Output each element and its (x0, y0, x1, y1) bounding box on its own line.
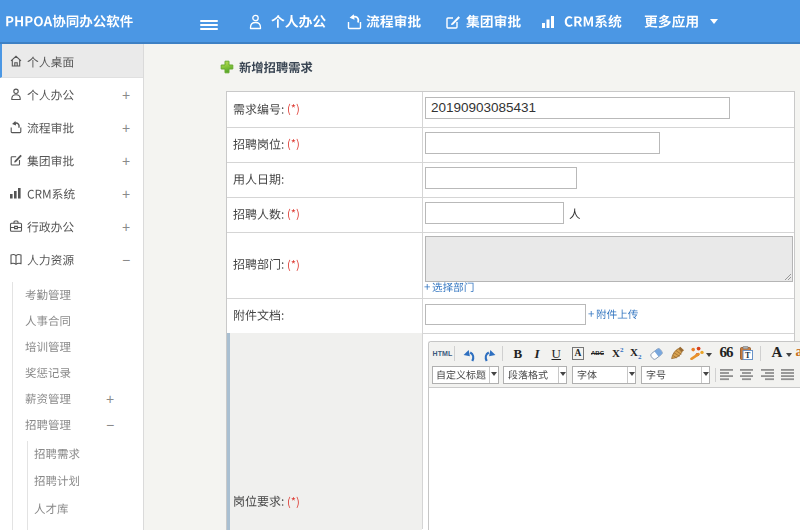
svg-text:T: T (745, 351, 751, 360)
